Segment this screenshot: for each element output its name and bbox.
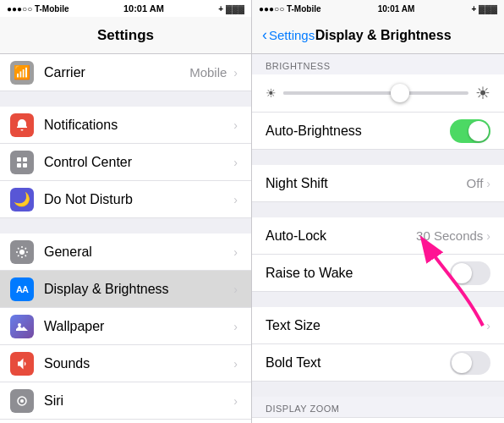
auto-lock-value: 30 Seconds — [416, 228, 483, 243]
settings-row-do-not-disturb[interactable]: 🌙 Do Not Disturb › — [0, 181, 251, 218]
brightness-section-header: BRIGHTNESS — [252, 54, 504, 74]
row-label-control-center: Control Center — [44, 155, 230, 170]
control-center-icon — [10, 151, 34, 174]
display-zoom-header: DISPLAY ZOOM — [252, 397, 504, 417]
row-label-notifications: Notifications — [44, 118, 230, 133]
bold-text-toggle[interactable] — [450, 351, 490, 375]
settings-row-siri[interactable]: Siri › — [0, 382, 251, 420]
row-label-siri: Siri — [44, 393, 230, 409]
siri-icon — [10, 389, 34, 413]
carrier-icon: 📶 — [10, 61, 34, 85]
wallpaper-icon — [10, 315, 34, 338]
left-icons: + ▓▓▓ — [218, 4, 244, 14]
row-label-display-brightness: Display & Brightness — [44, 282, 230, 297]
auto-brightness-label: Auto-Brightness — [266, 124, 450, 139]
display-brightness-icon: AA — [10, 277, 34, 301]
settings-row-control-center[interactable]: Control Center › — [0, 144, 251, 181]
svg-rect-0 — [17, 157, 21, 162]
left-nav-title: Settings — [97, 27, 154, 44]
row-value-carrier: Mobile — [189, 65, 227, 80]
general-icon — [10, 240, 34, 264]
back-chevron-icon: ‹ — [262, 26, 267, 44]
toggle-knob-raise-to-wake — [452, 263, 472, 283]
brightness-slider-track[interactable] — [283, 91, 468, 95]
raise-to-wake-label: Raise to Wake — [266, 266, 450, 281]
settings-row-display-brightness[interactable]: AA Display & Brightness › — [0, 271, 251, 308]
right-row-text-size[interactable]: Text Size › — [252, 307, 504, 344]
section-gap-right-4 — [252, 382, 504, 397]
chevron-icon-carrier: › — [233, 66, 238, 80]
svg-rect-3 — [23, 163, 27, 168]
right-icons: + ▓▓▓ — [471, 4, 497, 14]
row-label-carrier: Carrier — [44, 65, 189, 80]
right-row-night-shift[interactable]: Night Shift Off › — [252, 165, 504, 202]
left-status-bar: ●●●○○ T-Mobile 10:01 AM + ▓▓▓ — [0, 0, 251, 17]
night-shift-label: Night Shift — [266, 176, 467, 191]
left-panel: ●●●○○ T-Mobile 10:01 AM + ▓▓▓ Settings 📶… — [0, 0, 252, 423]
auto-lock-label: Auto-Lock — [266, 228, 416, 244]
toggle-knob-bold-text — [452, 353, 472, 373]
settings-row-wallpaper[interactable]: Wallpaper › — [0, 308, 251, 345]
toggle-knob-auto-brightness — [468, 121, 489, 141]
svg-rect-1 — [23, 157, 27, 162]
row-label-sounds: Sounds — [44, 356, 230, 371]
brightness-slider-row[interactable]: ☀ ☀ — [252, 74, 504, 113]
row-label-wallpaper: Wallpaper — [44, 319, 230, 334]
chevron-icon-text-size: › — [486, 319, 490, 332]
chevron-icon-siri: › — [233, 394, 238, 408]
right-row-auto-lock[interactable]: Auto-Lock 30 Seconds › — [252, 217, 504, 255]
svg-rect-2 — [17, 163, 21, 168]
chevron-icon-auto-lock: › — [486, 229, 490, 243]
settings-row-carrier[interactable]: 📶 Carrier Mobile › — [0, 54, 251, 91]
settings-row-general[interactable]: General › — [0, 233, 251, 271]
bold-text-label: Bold Text — [266, 355, 450, 371]
row-label-general: General — [44, 244, 230, 260]
chevron-icon-sounds: › — [233, 357, 238, 371]
section-gap-right-2 — [252, 202, 504, 217]
sun-large-icon: ☀ — [475, 83, 490, 103]
settings-row-touch-id[interactable]: Touch ID & Passcode › — [0, 420, 251, 423]
section-gap-right-1 — [252, 150, 504, 165]
right-row-auto-brightness[interactable]: Auto-Brightness — [252, 113, 504, 150]
do-not-disturb-icon: 🌙 — [10, 188, 34, 212]
settings-list: 📶 Carrier Mobile › Notifications › Contr… — [0, 54, 251, 423]
section-gap-1 — [0, 91, 251, 107]
right-row-bold-text[interactable]: Bold Text — [252, 344, 504, 382]
bluetooth-icon: + — [218, 4, 223, 14]
left-carrier: ●●●○○ T-Mobile — [7, 4, 69, 14]
left-time: 10:01 AM — [123, 3, 164, 14]
chevron-icon-general: › — [233, 245, 238, 259]
auto-brightness-toggle[interactable] — [450, 119, 490, 143]
row-label-do-not-disturb: Do Not Disturb — [44, 192, 230, 207]
svg-point-7 — [20, 399, 24, 403]
brightness-slider-thumb[interactable] — [391, 84, 409, 102]
right-status-bar: ●●●○○ T-Mobile 10:01 AM + ▓▓▓ — [252, 0, 504, 17]
right-content: BRIGHTNESS ☀ ☀ Auto-Brightness Night Shi… — [252, 54, 504, 423]
right-time: 10:01 AM — [378, 4, 415, 14]
brightness-slider-fill — [283, 91, 394, 95]
raise-to-wake-toggle[interactable] — [450, 261, 490, 285]
sun-small-icon: ☀ — [266, 86, 277, 100]
chevron-icon-display-brightness: › — [233, 283, 238, 296]
right-nav-bar: ‹ Settings Display & Brightness — [252, 17, 504, 54]
notifications-icon — [10, 113, 34, 137]
right-row-raise-to-wake[interactable]: Raise to Wake — [252, 255, 504, 292]
chevron-icon-do-not-disturb: › — [233, 193, 238, 206]
settings-row-notifications[interactable]: Notifications › — [0, 107, 251, 144]
chevron-icon-night-shift: › — [486, 177, 490, 190]
battery-icon: ▓▓▓ — [226, 4, 244, 14]
settings-row-sounds[interactable]: Sounds › — [0, 345, 251, 382]
chevron-icon-notifications: › — [233, 118, 238, 132]
text-size-label: Text Size — [266, 318, 486, 333]
section-gap-right-3 — [252, 292, 504, 307]
section-gap-2 — [0, 218, 251, 233]
back-button[interactable]: ‹ Settings — [262, 26, 315, 44]
svg-point-4 — [19, 250, 25, 255]
left-nav-bar: Settings — [0, 17, 251, 54]
right-nav-title: Display & Brightness — [315, 28, 452, 43]
right-carrier: ●●●○○ T-Mobile — [259, 4, 321, 14]
right-row-view[interactable]: View Standard › — [252, 417, 504, 423]
chevron-icon-control-center: › — [233, 156, 238, 169]
chevron-icon-wallpaper: › — [233, 320, 238, 333]
back-label: Settings — [269, 28, 315, 42]
